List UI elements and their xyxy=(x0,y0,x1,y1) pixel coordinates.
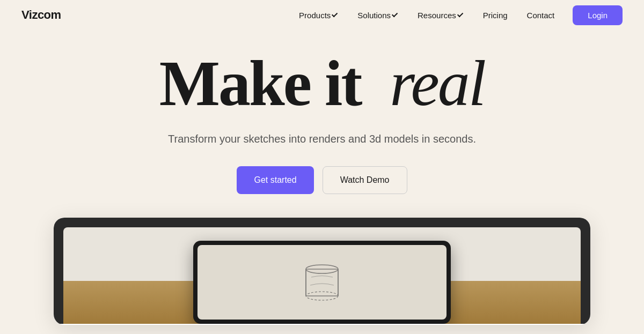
nav-products[interactable]: Products xyxy=(291,6,346,24)
demo-container xyxy=(54,218,590,325)
nav-pricing[interactable]: Pricing xyxy=(475,6,515,24)
get-started-button[interactable]: Get started xyxy=(237,166,313,194)
tablet-inner xyxy=(197,245,447,320)
nav-pricing-label: Pricing xyxy=(483,11,508,20)
nav-products-label: Products xyxy=(299,11,331,20)
nav-resources-label: Resources xyxy=(418,11,456,20)
logo[interactable]: Vizcom xyxy=(21,8,61,22)
navbar: Vizcom Products Solutions Resources Pric… xyxy=(0,0,644,30)
hero-section: Make it real Transform your sketches int… xyxy=(0,30,644,334)
device-outer xyxy=(54,218,590,324)
nav-solutions[interactable]: Solutions xyxy=(350,6,406,24)
nav-solutions-label: Solutions xyxy=(357,11,391,20)
device-screen xyxy=(63,227,581,324)
chevron-down-icon xyxy=(392,11,398,17)
tablet-device xyxy=(193,241,451,324)
hero-title-italic: real xyxy=(390,48,485,119)
hero-title: Make it real xyxy=(159,51,485,116)
hero-subtitle: Transform your sketches into renders and… xyxy=(168,131,476,147)
hero-title-part1: Make it xyxy=(159,48,361,119)
chevron-down-icon xyxy=(457,11,463,17)
login-button[interactable]: Login xyxy=(573,5,623,25)
hero-buttons: Get started Watch Demo xyxy=(237,166,407,194)
nav-links: Products Solutions Resources Pricing Con… xyxy=(291,5,623,25)
nav-contact-label: Contact xyxy=(527,11,555,20)
nav-resources[interactable]: Resources xyxy=(410,6,471,24)
chevron-down-icon xyxy=(332,11,338,17)
sketch-drawing xyxy=(290,258,354,307)
watch-demo-button[interactable]: Watch Demo xyxy=(323,166,407,194)
nav-contact[interactable]: Contact xyxy=(519,6,562,24)
